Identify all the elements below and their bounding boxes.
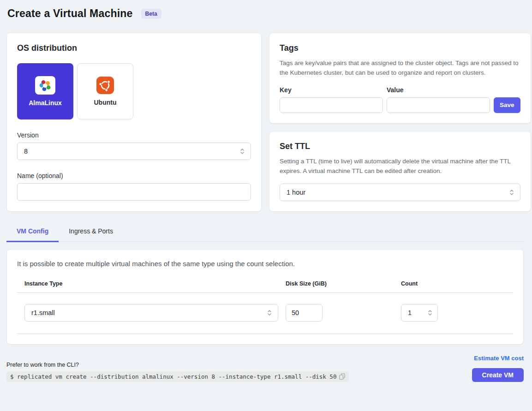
chevron-up-down-icon [239,147,245,155]
vm-config-card: It is possible to create multiple virtua… [6,249,524,345]
page-header: Create a Virtual Machine Beta [7,7,524,20]
vm-name-label: Name (optional) [17,172,251,179]
vm-table-row: r1.small 1 [17,293,513,334]
column-instance-type: Instance Type [17,280,278,287]
tab-ingress-ports[interactable]: Ingress & Ports [59,223,123,241]
copy-icon[interactable] [339,373,345,380]
estimate-vm-cost-link[interactable]: Estimate VM cost [474,355,524,362]
os-tile-label: AlmaLinux [29,99,62,107]
save-tag-button[interactable]: Save [494,97,520,113]
beta-badge: Beta [141,9,161,19]
os-tiles: AlmaLinux [17,63,251,119]
chevron-up-down-icon [427,309,433,317]
vm-config-description: It is possible to create multiple virtua… [17,260,513,268]
page-footer: Prefer to work from the CLI? $ replicate… [6,355,524,382]
ubuntu-icon [96,77,114,94]
count-stepper[interactable]: 1 [401,304,438,322]
os-card-title: OS distribution [17,43,251,53]
version-label: Version [17,131,251,139]
os-distribution-card: OS distribution AlmaLinux [6,33,262,212]
tag-value-label: Value [387,86,494,94]
cli-prompt-text: Prefer to work from the CLI? [6,362,472,368]
tags-card: Tags Tags are key/value pairs that are a… [269,33,531,124]
vm-table: Instance Type Disk Size (GiB) Count r1.s… [17,280,513,334]
cli-section: Prefer to work from the CLI? $ replicate… [6,362,472,382]
version-select-value: 8 [24,148,28,155]
ttl-card-title: Set TTL [280,142,520,151]
tab-bar: VM Config Ingress & Ports [6,223,524,242]
tag-labels-row: Key Value [280,86,520,94]
column-disk-size: Disk Size (GiB) [278,280,394,287]
create-vm-button[interactable]: Create VM [472,368,524,382]
cli-command-bar: $ replicated vm create --distribution al… [6,371,349,382]
tags-card-description: Tags are key/value pairs that are assign… [280,59,520,78]
chevron-up-down-icon [267,309,272,317]
tags-card-title: Tags [280,43,520,53]
version-select[interactable]: 8 [17,143,251,160]
tab-vm-config[interactable]: VM Config [6,223,59,242]
almalinux-icon [35,76,55,95]
right-column: Tags Tags are key/value pairs that are a… [269,33,531,212]
chevron-up-down-icon [509,188,514,197]
top-cards: OS distribution AlmaLinux [6,33,524,212]
ttl-card-description: Setting a TTL (time to live) will automa… [280,157,520,176]
footer-actions: Estimate VM cost Create VM [472,355,524,382]
page-title: Create a Virtual Machine [7,7,133,20]
tag-key-input[interactable] [280,97,383,113]
ttl-select-value: 1 hour [287,189,305,196]
disk-size-input[interactable] [286,304,323,322]
tag-key-label: Key [280,86,387,94]
instance-type-value: r1.small [31,309,55,316]
cli-command-text: $ replicated vm create --distribution al… [10,373,336,380]
os-tile-almalinux[interactable]: AlmaLinux [17,63,73,119]
vm-table-header: Instance Type Disk Size (GiB) Count [17,280,513,293]
instance-type-select[interactable]: r1.small [24,304,278,322]
tag-inputs-row: Save [280,97,520,113]
set-ttl-card: Set TTL Setting a TTL (time to live) wil… [269,131,531,212]
os-tile-ubuntu[interactable]: Ubuntu [77,63,133,119]
count-value: 1 [408,309,412,316]
column-count: Count [394,280,513,287]
os-tile-label: Ubuntu [94,99,117,106]
tag-value-input[interactable] [387,97,490,113]
vm-name-input[interactable] [17,183,251,201]
ttl-select[interactable]: 1 hour [280,184,520,201]
